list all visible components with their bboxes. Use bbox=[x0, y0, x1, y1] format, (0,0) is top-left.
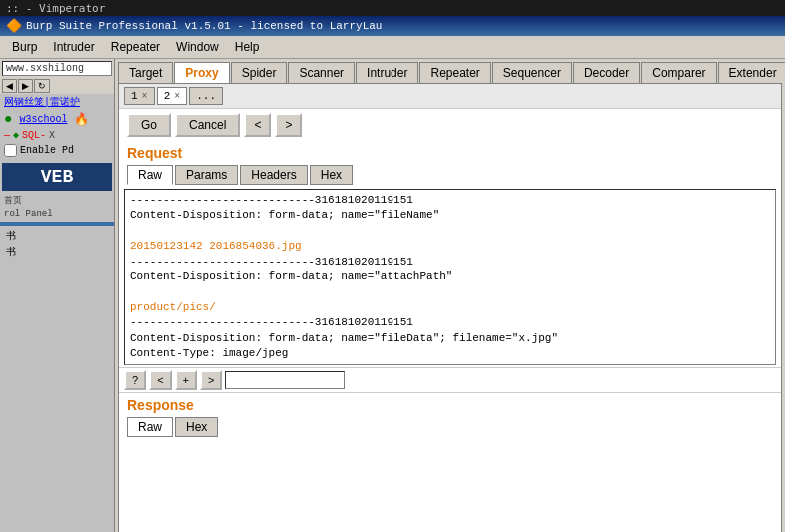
cancel-button[interactable]: Cancel bbox=[175, 113, 240, 137]
sidebar-logo: VEB bbox=[2, 163, 112, 191]
enable-pd-checkbox[interactable] bbox=[4, 144, 17, 157]
req-line-5: Content-Disposition: form-data; name="at… bbox=[130, 269, 770, 284]
tab-spider[interactable]: Spider bbox=[231, 62, 288, 83]
tab-decoder[interactable]: Decoder bbox=[573, 62, 640, 83]
browser-sidebar: www.sxshilong ◀ ▶ ↻ 网钢丝笼|雷诺护 ● w3school … bbox=[0, 59, 115, 532]
sidebar-item-1[interactable]: 书 bbox=[0, 228, 114, 244]
subtab-1[interactable]: 1 × bbox=[124, 87, 155, 105]
resp-tab-hex[interactable]: Hex bbox=[175, 417, 218, 437]
response-tabs: Raw Hex bbox=[119, 415, 781, 439]
req-search-input[interactable] bbox=[225, 371, 345, 389]
sidebar-link-1[interactable]: 网钢丝笼|雷诺护 bbox=[0, 94, 114, 110]
req-tab-headers[interactable]: Headers bbox=[240, 165, 307, 185]
req-fwd-btn[interactable]: > bbox=[200, 370, 222, 390]
request-section: Request Raw Params Headers Hex ---------… bbox=[119, 141, 781, 392]
enable-pd-label: Enable Pd bbox=[20, 145, 74, 156]
response-title: Response bbox=[119, 393, 781, 415]
menu-help[interactable]: Help bbox=[227, 38, 268, 56]
subtab-dots[interactable]: ... bbox=[189, 87, 223, 105]
req-tab-hex[interactable]: Hex bbox=[310, 165, 353, 185]
menu-bar: Burp Intruder Repeater Window Help bbox=[0, 36, 785, 59]
menu-window[interactable]: Window bbox=[168, 38, 227, 56]
req-line-8: ----------------------------316181020119… bbox=[130, 315, 770, 330]
subtab-2-close[interactable]: × bbox=[174, 91, 180, 102]
req-line-0: ----------------------------316181020119… bbox=[130, 193, 770, 208]
forward-button[interactable]: > bbox=[275, 113, 302, 137]
tab-intruder[interactable]: Intruder bbox=[356, 62, 418, 83]
response-section: Response Raw Hex bbox=[119, 392, 781, 443]
back-button[interactable]: < bbox=[244, 113, 271, 137]
sidebar-row: 首页 bbox=[0, 193, 114, 208]
req-nav-row: ? < + > bbox=[119, 367, 781, 392]
menu-intruder[interactable]: Intruder bbox=[45, 38, 102, 56]
addr-text: www.sxshilong bbox=[6, 63, 84, 74]
burp-icon: 🔶 bbox=[6, 18, 22, 34]
req-line-10: Content-Type: image/jpeg bbox=[130, 346, 770, 361]
dot-icon: ◆ bbox=[13, 129, 19, 141]
req-line-3: 20150123142 2016854036.jpg bbox=[130, 239, 770, 254]
burp-panel: Target Proxy Spider Scanner Intruder Rep… bbox=[115, 59, 785, 532]
nav-row: Go Cancel < > bbox=[119, 109, 781, 141]
fire-icon: 🔥 bbox=[74, 112, 89, 127]
subtab-1-close[interactable]: × bbox=[142, 91, 148, 102]
title-bar: 🔶 Burp Suite Professional v1.5.01 - lice… bbox=[0, 16, 785, 36]
req-line-6 bbox=[130, 284, 770, 299]
req-line-4: ----------------------------316181020119… bbox=[130, 255, 770, 269]
req-question-btn[interactable]: ? bbox=[124, 370, 146, 390]
sidebar-link-w3[interactable]: w3school bbox=[15, 113, 71, 126]
subtab-1-label: 1 bbox=[131, 90, 138, 102]
tab-proxy[interactable]: Proxy bbox=[174, 62, 229, 83]
sidebar-nav: ◀ ▶ ↻ bbox=[0, 78, 114, 94]
subtab-2[interactable]: 2 × bbox=[157, 87, 188, 105]
x-icon: X bbox=[49, 130, 55, 141]
tab-sequencer[interactable]: Sequencer bbox=[492, 62, 572, 83]
sidebar-bullet-w3: ● bbox=[4, 111, 12, 127]
tab-target[interactable]: Target bbox=[118, 62, 173, 83]
sidebar-refresh-btn[interactable]: ↻ bbox=[34, 79, 50, 93]
burp-inner-panel: 1 × 2 × ... Go Cancel < > Request bbox=[118, 83, 782, 532]
req-tab-params[interactable]: Params bbox=[175, 165, 238, 185]
vimperator-text: :: - Vimperator bbox=[6, 2, 105, 15]
sidebar-fwd-btn[interactable]: ▶ bbox=[18, 79, 33, 93]
req-plus-btn[interactable]: + bbox=[175, 370, 197, 390]
window-title: Burp Suite Professional v1.5.01 - licens… bbox=[26, 20, 382, 32]
sql-icon: SQL- bbox=[22, 130, 46, 141]
logo-sub: 首页 bbox=[4, 194, 22, 207]
vimperator-bar: :: - Vimperator bbox=[0, 0, 785, 16]
subtab-2-label: 2 bbox=[164, 90, 171, 102]
enable-pd-row: Enable Pd bbox=[0, 142, 114, 159]
req-back-btn[interactable]: < bbox=[149, 370, 171, 390]
menu-repeater[interactable]: Repeater bbox=[103, 38, 168, 56]
sidebar-item-2[interactable]: 书 bbox=[0, 244, 114, 260]
address-bar[interactable]: www.sxshilong bbox=[2, 61, 112, 76]
req-tab-raw[interactable]: Raw bbox=[127, 165, 173, 185]
req-line-2 bbox=[130, 224, 770, 239]
req-line-9: Content-Disposition: form-data; name="fi… bbox=[130, 331, 770, 346]
tab-comparer[interactable]: Comparer bbox=[641, 62, 716, 83]
subtabs-row: 1 × 2 × ... bbox=[119, 84, 781, 109]
dash-icon: — bbox=[4, 130, 10, 141]
go-button[interactable]: Go bbox=[127, 113, 171, 137]
sidebar-label: rol Panel bbox=[0, 208, 114, 220]
burp-tabs: Target Proxy Spider Scanner Intruder Rep… bbox=[115, 59, 785, 83]
request-tabs: Raw Params Headers Hex bbox=[119, 163, 781, 187]
tab-repeater[interactable]: Repeater bbox=[419, 62, 490, 83]
tab-extender[interactable]: Extender bbox=[718, 62, 785, 83]
menu-burp[interactable]: Burp bbox=[4, 38, 45, 56]
req-line-7: product/pics/ bbox=[130, 300, 770, 315]
request-title: Request bbox=[119, 141, 781, 163]
sidebar-content: 网钢丝笼|雷诺护 ● w3school 🔥 — ◆ SQL- X Enable … bbox=[0, 94, 114, 532]
sidebar-back-btn[interactable]: ◀ bbox=[2, 79, 17, 93]
request-content[interactable]: ----------------------------316181020119… bbox=[124, 189, 776, 365]
req-line-1: Content-Disposition: form-data; name="fi… bbox=[130, 208, 770, 223]
logo-text: VEB bbox=[41, 167, 73, 187]
sidebar-section bbox=[0, 222, 114, 226]
resp-tab-raw[interactable]: Raw bbox=[127, 417, 173, 437]
tab-scanner[interactable]: Scanner bbox=[288, 62, 355, 83]
